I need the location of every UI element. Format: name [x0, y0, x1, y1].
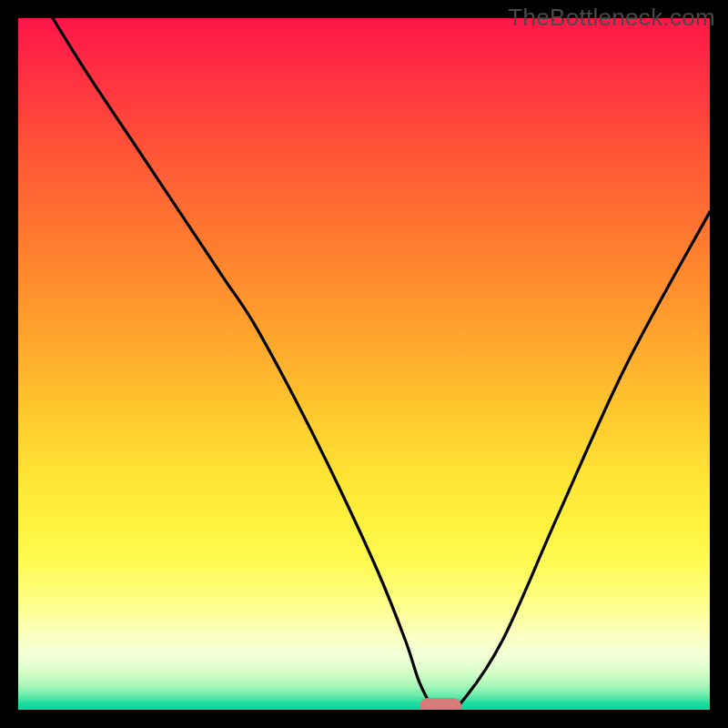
chart-frame: TheBottleneck.com [0, 0, 728, 728]
optimal-marker [420, 698, 461, 710]
bottleneck-curve [18, 18, 710, 710]
watermark-text: TheBottleneck.com [508, 4, 715, 32]
plot-area [18, 18, 710, 710]
